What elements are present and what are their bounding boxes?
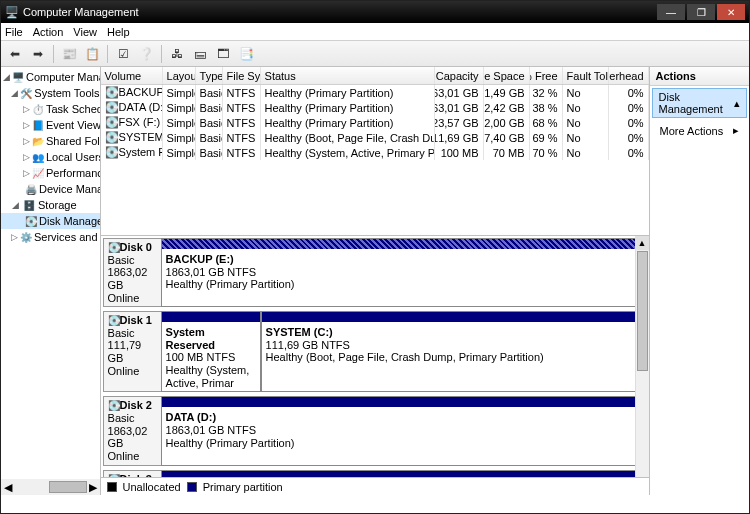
settings-button[interactable]: 🖴 (190, 44, 210, 64)
table-row[interactable]: 💽DATA (D:)SimpleBasicNTFSHealthy (Primar… (101, 100, 649, 115)
disk-area-scrollbar[interactable]: ▲ (635, 236, 649, 477)
separator-icon (53, 45, 54, 63)
col-layout[interactable]: Layout (163, 67, 196, 84)
tree-services-apps[interactable]: ▷⚙️Services and Applications (1, 229, 100, 245)
menu-file[interactable]: File (5, 26, 23, 38)
disk-label[interactable]: 💽Disk 2Basic1863,02 GBOnline (103, 396, 161, 465)
legend-swatch-primary (187, 482, 197, 492)
separator-icon (161, 45, 162, 63)
tree-system-tools[interactable]: ◢🛠️System Tools (1, 85, 100, 101)
legend-label: Unallocated (123, 481, 181, 493)
tree-performance[interactable]: ▷📈Performance (1, 165, 100, 181)
table-row[interactable]: 💽FSX (F:)SimpleBasicNTFSHealthy (Primary… (101, 115, 649, 130)
actions-disk-management[interactable]: Disk Management▴ (652, 88, 747, 118)
close-button[interactable]: ✕ (717, 4, 745, 20)
partition-backup-e[interactable]: BACKUP (E:)1863,01 GB NTFSHealthy (Prima… (161, 238, 647, 307)
disk-row-1[interactable]: 💽Disk 1Basic111,79 GBOnline System Reser… (103, 311, 647, 392)
up-button[interactable]: 📰 (59, 44, 79, 64)
partition-data-d[interactable]: DATA (D:)1863,01 GB NTFSHealthy (Primary… (161, 396, 647, 465)
titlebar[interactable]: 🖥️ Computer Management — ❐ ✕ (1, 1, 749, 23)
window-title: Computer Management (23, 6, 657, 18)
actions-pane: Actions Disk Management▴ More Actions▸ (650, 67, 749, 495)
window-buttons: — ❐ ✕ (657, 4, 745, 20)
col-volume[interactable]: Volume (101, 67, 163, 84)
disk-row-2[interactable]: 💽Disk 2Basic1863,02 GBOnline DATA (D:)18… (103, 396, 647, 465)
legend: Unallocated Primary partition (101, 477, 649, 495)
col-overhead[interactable]: Overhead (609, 67, 649, 84)
actions-more[interactable]: More Actions▸ (650, 120, 749, 141)
maximize-button[interactable]: ❐ (687, 4, 715, 20)
tree-task-scheduler[interactable]: ▷⏱️Task Scheduler (1, 101, 100, 117)
partition-system-reserved[interactable]: System Reserved100 MB NTFSHealthy (Syste… (161, 311, 261, 392)
help-button[interactable]: ❔ (136, 44, 156, 64)
volume-table-header[interactable]: Volume Layout Type File System Status Ca… (101, 67, 649, 85)
disk-row-3[interactable]: 💽Disk 3Basic223,57 GBOnline FSX (F:)223,… (103, 470, 647, 477)
separator-icon (107, 45, 108, 63)
center-pane: Volume Layout Type File System Status Ca… (101, 67, 650, 495)
legend-label: Primary partition (203, 481, 283, 493)
col-fault[interactable]: Fault Tolerance (563, 67, 609, 84)
forward-button[interactable]: ➡ (28, 44, 48, 64)
toolbar: ⬅ ➡ 📰 📋 ☑ ❔ 🖧 🖴 🗔 📑 (1, 41, 749, 67)
tree-shared-folders[interactable]: ▷📂Shared Folders (1, 133, 100, 149)
tree-local-users[interactable]: ▷👥Local Users and Groups (1, 149, 100, 165)
table-row[interactable]: 💽SYSTEM (C:)SimpleBasicNTFSHealthy (Boot… (101, 130, 649, 145)
disk-label[interactable]: 💽Disk 3Basic223,57 GBOnline (103, 470, 161, 477)
col-capacity[interactable]: Capacity (435, 67, 484, 84)
col-status[interactable]: Status (261, 67, 435, 84)
actions-header: Actions (650, 67, 749, 86)
properties-button[interactable]: ☑ (113, 44, 133, 64)
back-button[interactable]: ⬅ (5, 44, 25, 64)
tree-disk-management[interactable]: 💽Disk Management (1, 213, 100, 229)
chevron-up-icon: ▴ (734, 97, 740, 110)
main: ◢🖥️Computer Management (Local ◢🛠️System … (1, 67, 749, 495)
partition-system-c[interactable]: SYSTEM (C:)111,69 GB NTFSHealthy (Boot, … (261, 311, 647, 392)
more-button[interactable]: 🗔 (213, 44, 233, 64)
volume-table[interactable]: Volume Layout Type File System Status Ca… (101, 67, 649, 235)
col-type[interactable]: Type (196, 67, 223, 84)
tree-storage[interactable]: ◢🗄️Storage (1, 197, 100, 213)
tree-device-manager[interactable]: 🖨️Device Manager (1, 181, 100, 197)
tree-root[interactable]: ◢🖥️Computer Management (Local (1, 69, 100, 85)
menubar: File Action View Help (1, 23, 749, 41)
menu-help[interactable]: Help (107, 26, 130, 38)
minimize-button[interactable]: — (657, 4, 685, 20)
app-icon: 🖥️ (5, 5, 19, 19)
show-hide-button[interactable]: 📋 (82, 44, 102, 64)
tree-scrollbar[interactable]: ◀▶ (1, 479, 100, 495)
table-row[interactable]: 💽BACKUP (E:)SimpleBasicNTFSHealthy (Prim… (101, 85, 649, 100)
col-freespace[interactable]: Free Space (484, 67, 530, 84)
refresh-button[interactable]: 🖧 (167, 44, 187, 64)
disk-graphical-view[interactable]: 💽Disk 0Basic1863,02 GBOnline BACKUP (E:)… (101, 235, 649, 477)
partition-fsx-f[interactable]: FSX (F:)223,57 GB NTFSHealthy (Primary P… (161, 470, 647, 477)
disk-label[interactable]: 💽Disk 1Basic111,79 GBOnline (103, 311, 161, 392)
nav-tree[interactable]: ◢🖥️Computer Management (Local ◢🛠️System … (1, 67, 101, 495)
table-row[interactable]: 💽System ReservedSimpleBasicNTFSHealthy (… (101, 145, 649, 160)
chevron-right-icon: ▸ (733, 124, 739, 137)
col-pctfree[interactable]: % Free (530, 67, 563, 84)
legend-swatch-unallocated (107, 482, 117, 492)
menu-view[interactable]: View (73, 26, 97, 38)
disk-label[interactable]: 💽Disk 0Basic1863,02 GBOnline (103, 238, 161, 307)
menu-action[interactable]: Action (33, 26, 64, 38)
tree-event-viewer[interactable]: ▷📘Event Viewer (1, 117, 100, 133)
disk-row-0[interactable]: 💽Disk 0Basic1863,02 GBOnline BACKUP (E:)… (103, 238, 647, 307)
col-filesystem[interactable]: File System (223, 67, 261, 84)
extra-button[interactable]: 📑 (236, 44, 256, 64)
